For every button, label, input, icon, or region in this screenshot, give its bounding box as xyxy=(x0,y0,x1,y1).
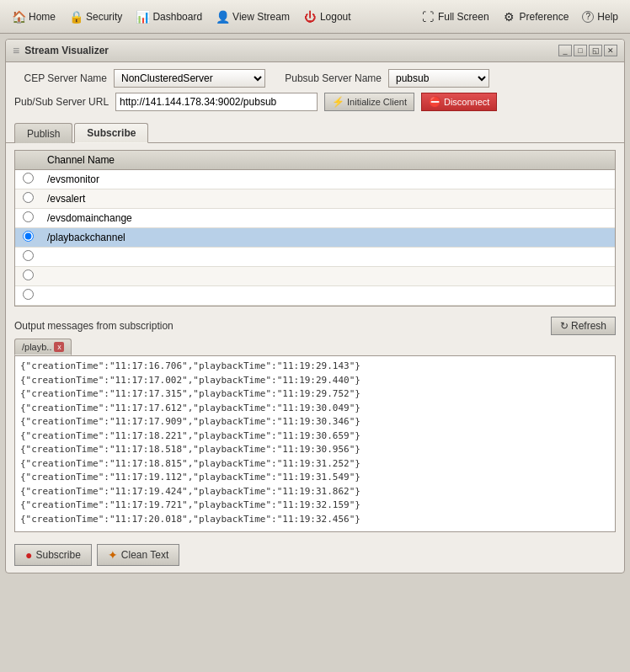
init-icon: ⚡ xyxy=(332,96,344,108)
output-tab-label: /playb.. xyxy=(22,342,51,352)
url-row: Pub/Sub Server URL ⚡ Initialize Client ⛔… xyxy=(14,93,616,111)
table-row[interactable] xyxy=(15,267,615,286)
viewstream-icon: 👤 xyxy=(216,10,229,24)
output-tab-playback[interactable]: /playb.. x xyxy=(14,339,72,355)
stream-visualizer-panel: ≡ Stream Visualizer _ □ ◱ ✕ CEP Server N… xyxy=(5,39,625,573)
cep-server-select[interactable]: NonClusteredServerClusteredServer xyxy=(114,69,265,88)
disconnect-icon: ⛔ xyxy=(429,96,441,108)
panel-maximize-btn[interactable]: ◱ xyxy=(589,45,602,56)
form-area: CEP Server Name NonClusteredServerCluste… xyxy=(6,62,624,123)
bottom-buttons: ● Subscribe ✦ Clean Text xyxy=(6,539,624,573)
channel-radio[interactable] xyxy=(23,250,34,261)
channel-radio[interactable] xyxy=(23,211,34,222)
nav-help[interactable]: ? Help xyxy=(575,8,625,26)
channel-radio[interactable] xyxy=(23,192,34,203)
url-label: Pub/Sub Server URL xyxy=(14,96,109,108)
logout-icon: ⏻ xyxy=(303,10,317,24)
tab-publish-label: Publish xyxy=(27,128,60,140)
nav-dashboard[interactable]: 📊 Dashboard xyxy=(129,7,209,27)
nav-fullscreen[interactable]: ⛶ Full Screen xyxy=(414,7,496,27)
panel-title: Stream Visualizer xyxy=(24,45,109,56)
home-icon: 🏠 xyxy=(12,10,25,24)
clean-text-btn[interactable]: ✦ Clean Text xyxy=(97,544,179,566)
output-message: {"creationTime":"11:17:17.002","playback… xyxy=(20,374,610,388)
channel-radio-cell[interactable] xyxy=(15,228,40,248)
panel-close-btn[interactable]: ✕ xyxy=(604,45,617,56)
channel-radio-cell[interactable] xyxy=(15,170,40,189)
nav-help-label: Help xyxy=(597,11,618,23)
clean-text-btn-label: Clean Text xyxy=(121,549,168,561)
output-message: {"creationTime":"11:17:18.518","playback… xyxy=(20,443,610,457)
pubsub-server-label: Pubsub Server Name xyxy=(272,72,382,84)
pubsub-server-select[interactable]: pubsub xyxy=(388,69,489,88)
channel-radio[interactable] xyxy=(23,269,34,280)
output-header: Output messages from subscription ↻ Refr… xyxy=(6,313,624,339)
disconnect-btn[interactable]: ⛔ Disconnect xyxy=(421,93,497,111)
refresh-btn-label: Refresh xyxy=(571,320,606,332)
subscribe-btn[interactable]: ● Subscribe xyxy=(14,544,92,566)
output-message: {"creationTime":"11:17:16.706","playback… xyxy=(20,360,610,374)
channel-name-cell xyxy=(40,267,615,286)
help-icon: ? xyxy=(582,11,594,23)
channel-name-cell: /evsalert xyxy=(40,189,615,209)
output-message: {"creationTime":"11:17:19.721","playback… xyxy=(20,499,610,513)
table-row[interactable]: /evsmonitor xyxy=(15,170,615,189)
channel-radio[interactable] xyxy=(23,173,34,184)
nav-logout[interactable]: ⏻ Logout xyxy=(296,7,358,27)
panel-restore-btn[interactable]: □ xyxy=(574,45,587,56)
output-area[interactable]: {"creationTime":"11:17:16.706","playback… xyxy=(14,355,616,532)
fullscreen-icon: ⛶ xyxy=(421,10,435,24)
channel-radio-cell[interactable] xyxy=(15,209,40,228)
channel-name-cell xyxy=(40,248,615,267)
nav-fullscreen-label: Full Screen xyxy=(438,11,489,23)
nav-home-label: Home xyxy=(29,11,56,23)
main-content: ≡ Stream Visualizer _ □ ◱ ✕ CEP Server N… xyxy=(0,34,630,579)
refresh-btn[interactable]: ↻ Refresh xyxy=(551,317,616,335)
nav-preference-label: Preference xyxy=(520,11,569,23)
table-row[interactable]: /evsdomainchange xyxy=(15,209,615,228)
channel-radio-cell[interactable] xyxy=(15,286,40,306)
table-row[interactable]: /evsalert xyxy=(15,189,615,209)
top-navigation: 🏠 Home 🔒 Security 📊 Dashboard 👤 View Str… xyxy=(0,0,630,34)
panel-minimize-btn[interactable]: _ xyxy=(558,45,572,56)
channel-radio-cell[interactable] xyxy=(15,248,40,267)
channel-name-cell xyxy=(40,286,615,306)
channel-table-body: /evsmonitor /evsalert /evsdomainchange /… xyxy=(15,170,615,306)
table-row[interactable] xyxy=(15,286,615,306)
initialize-client-btn[interactable]: ⚡ Initialize Client xyxy=(324,93,414,111)
dashboard-icon: 📊 xyxy=(136,10,149,24)
disconnect-btn-label: Disconnect xyxy=(444,97,489,107)
panel-controls: _ □ ◱ ✕ xyxy=(558,45,617,56)
init-btn-label: Initialize Client xyxy=(347,97,407,107)
tab-subscribe-label: Subscribe xyxy=(87,127,136,139)
security-icon: 🔒 xyxy=(69,10,83,24)
cep-server-label: CEP Server Name xyxy=(14,72,107,84)
output-message: {"creationTime":"11:17:18.221","playback… xyxy=(20,429,610,444)
subscribe-icon: ● xyxy=(25,548,32,562)
channel-radio[interactable] xyxy=(23,289,34,300)
channel-radio[interactable] xyxy=(23,231,34,242)
nav-security[interactable]: 🔒 Security xyxy=(62,7,129,27)
output-message: {"creationTime":"11:17:18.815","playback… xyxy=(20,457,610,472)
nav-dashboard-label: Dashboard xyxy=(152,11,202,23)
output-message: {"creationTime":"11:17:19.112","playback… xyxy=(20,471,610,485)
url-input[interactable] xyxy=(115,93,318,111)
refresh-icon: ↻ xyxy=(560,320,569,332)
tab-publish[interactable]: Publish xyxy=(14,123,72,143)
table-row[interactable] xyxy=(15,248,615,267)
output-message: {"creationTime":"11:17:20.018","playback… xyxy=(20,513,610,527)
channel-radio-cell[interactable] xyxy=(15,189,40,209)
channel-table: Channel Name /evsmonitor /evsalert /evsd… xyxy=(15,151,615,306)
tab-subscribe[interactable]: Subscribe xyxy=(74,123,148,143)
table-row[interactable]: /playbackchannel xyxy=(15,228,615,248)
channel-table-name-header: Channel Name xyxy=(40,151,615,170)
cep-server-row: CEP Server Name NonClusteredServerCluste… xyxy=(14,69,616,88)
nav-home[interactable]: 🏠 Home xyxy=(5,7,62,27)
nav-preference[interactable]: ⚙ Preference xyxy=(496,7,576,27)
output-message: {"creationTime":"11:17:17.315","playback… xyxy=(20,387,610,402)
channel-radio-cell[interactable] xyxy=(15,267,40,286)
nav-viewstream[interactable]: 👤 View Stream xyxy=(209,7,296,27)
output-tab-close-btn[interactable]: x xyxy=(54,342,64,352)
output-message: {"creationTime":"11:17:17.612","playback… xyxy=(20,402,610,416)
channel-name-cell: /evsmonitor xyxy=(40,170,615,189)
